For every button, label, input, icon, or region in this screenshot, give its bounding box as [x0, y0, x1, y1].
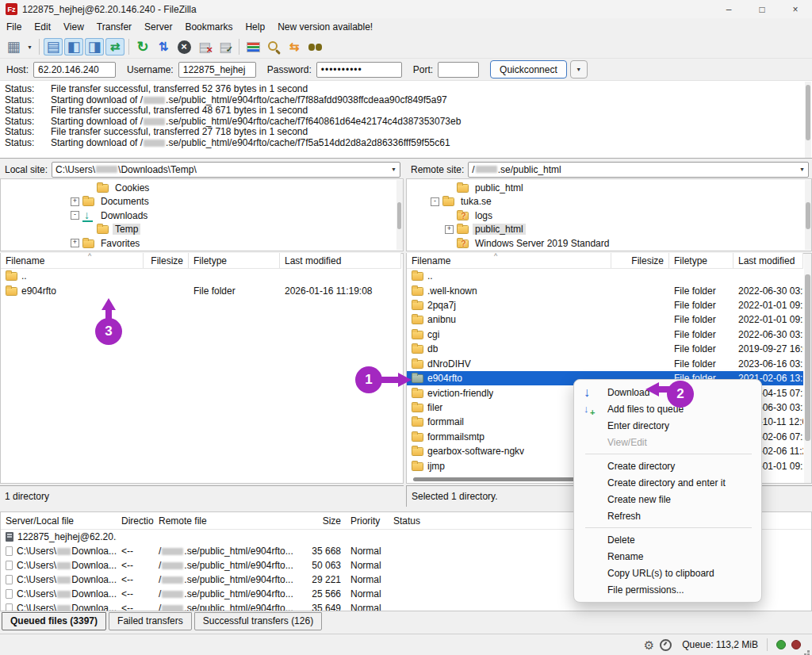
menu-item[interactable]: File — [0, 18, 28, 36]
menu-item[interactable]: New version available! — [271, 18, 379, 36]
toggle-log-view-icon[interactable] — [44, 38, 63, 56]
queue-tab[interactable]: Failed transfers — [109, 612, 192, 630]
menu-item[interactable]: Transfer — [90, 18, 138, 36]
queue-direction: <-- — [117, 546, 154, 557]
remote-tree-scrollbar[interactable] — [805, 180, 811, 250]
process-queue-icon[interactable] — [154, 38, 173, 56]
menu-item[interactable]: Bookmarks — [178, 18, 239, 36]
queue-processing-icon[interactable]: ⚙ — [644, 639, 654, 651]
file-row[interactable]: .. — [407, 269, 803, 283]
toggle-local-tree-icon[interactable] — [64, 38, 83, 56]
site-manager-icon[interactable] — [4, 38, 23, 56]
host-input[interactable]: 62.20.146.240 — [33, 62, 116, 78]
context-menu-item[interactable]: Create directory and enter it — [574, 474, 761, 491]
tree-expander[interactable]: + — [71, 239, 79, 247]
chevron-down-icon[interactable]: ▼ — [391, 167, 396, 172]
column-header-filename[interactable]: Filename — [407, 253, 611, 268]
username-input[interactable]: 122875_hejhej — [178, 62, 256, 78]
log-text: .se/public_html/e904rfto/cache/f7f88afdd… — [166, 94, 447, 105]
log-scrollbar[interactable] — [805, 82, 811, 158]
file-row[interactable]: e904rfto File folder 2026-01-16 11:19:08 — [1, 283, 401, 297]
resize-grip[interactable] — [807, 650, 810, 653]
context-menu-item[interactable]: Enter directory — [574, 417, 761, 434]
reconnect-icon[interactable] — [216, 38, 235, 56]
speed-limits-icon[interactable] — [660, 639, 672, 651]
maximize-icon[interactable]: □ — [745, 0, 779, 18]
queue-tab[interactable]: Queued files (3397) — [2, 612, 106, 630]
tree-expander[interactable]: - — [71, 211, 79, 220]
tree-item[interactable]: + Documents — [1, 195, 403, 209]
column-header-priority[interactable]: Priority — [346, 515, 389, 527]
menu-item[interactable]: Edit — [28, 18, 57, 36]
column-header-remote-file[interactable]: Remote file — [154, 515, 302, 527]
column-header-local-file[interactable]: Server/Local file — [1, 515, 117, 527]
file-row[interactable]: anibnu File folder 2022-01-01 09:2 — [407, 312, 803, 327]
column-header-size[interactable]: Size — [302, 515, 346, 527]
local-site-path[interactable]: C:\Users\\Downloads\Temp\ ▼ — [52, 162, 400, 178]
panel-splitter[interactable] — [404, 161, 406, 507]
context-menu-item[interactable]: Delete — [574, 531, 761, 548]
column-header-filename[interactable]: Filename — [1, 253, 144, 268]
password-input[interactable]: •••••••••• — [316, 62, 402, 78]
file-row[interactable]: cgi File folder 2022-06-30 03:3 — [407, 328, 803, 342]
context-menu-item[interactable]: Copy URL(s) to clipboard — [574, 565, 761, 581]
file-row[interactable]: 2pqa7j File folder 2022-01-01 09:2 — [407, 298, 803, 312]
context-menu-item[interactable] — [574, 524, 761, 531]
minimize-icon[interactable]: – — [712, 0, 745, 18]
context-menu-item[interactable]: View/Edit — [574, 434, 761, 450]
cancel-operation-icon[interactable] — [174, 38, 193, 56]
remote-site-path[interactable]: /.se/public_html ▼ — [468, 162, 809, 178]
tree-item[interactable]: - tuka.se — [407, 195, 811, 209]
file-row[interactable]: dNroDIHV File folder 2023-06-16 03:1 — [407, 357, 803, 371]
menu-item[interactable]: Server — [138, 18, 178, 36]
disconnect-icon[interactable] — [195, 38, 214, 56]
queue-tab[interactable]: Successful transfers (126) — [194, 612, 322, 630]
column-header-filesize[interactable]: Filesize — [611, 253, 669, 268]
file-row[interactable]: db File folder 2019-09-27 16:0 — [407, 342, 803, 356]
tree-item-label: tuka.se — [458, 196, 494, 207]
close-icon[interactable]: × — [779, 0, 812, 18]
tree-item[interactable]: Windows Server 2019 Standard — [407, 236, 811, 251]
tree-expander[interactable]: - — [431, 197, 439, 206]
port-input[interactable] — [438, 62, 479, 78]
context-menu-item[interactable]: Refresh — [574, 508, 761, 524]
toggle-queue-view-icon[interactable] — [105, 38, 124, 56]
remote-list-vscrollbar[interactable] — [804, 254, 811, 483]
tree-item[interactable]: + public_html — [407, 223, 811, 237]
tree-item[interactable]: + Favorites — [1, 236, 403, 251]
tree-item[interactable]: Cookies — [1, 181, 403, 195]
column-header-filesize[interactable]: Filesize — [144, 253, 189, 268]
context-menu-item[interactable]: File permissions... — [574, 581, 761, 598]
site-manager-dropdown-icon[interactable] — [25, 38, 35, 56]
chevron-down-icon[interactable]: ▼ — [799, 167, 805, 172]
sync-browsing-icon[interactable] — [285, 38, 304, 56]
column-header-filetype[interactable]: Filetype — [669, 253, 733, 268]
column-header-direction[interactable]: Direction — [117, 515, 154, 527]
refresh-icon[interactable] — [133, 38, 152, 56]
menu-item[interactable]: Help — [239, 18, 271, 36]
column-header-filetype[interactable]: Filetype — [189, 253, 280, 268]
directory-comparison-icon[interactable] — [264, 38, 283, 56]
tree-item[interactable]: logs — [407, 209, 811, 223]
context-menu-item[interactable]: Rename — [574, 548, 761, 565]
tree-expander[interactable]: + — [445, 225, 454, 234]
filter-icon[interactable] — [243, 38, 262, 56]
toggle-remote-tree-icon[interactable] — [85, 38, 104, 56]
context-menu-item[interactable] — [574, 450, 761, 458]
local-tree-scrollbar[interactable] — [396, 180, 403, 250]
tree-item[interactable]: - Downloads — [1, 209, 403, 223]
quickconnect-dropdown-icon[interactable]: ▼ — [570, 60, 588, 79]
search-files-icon[interactable] — [305, 38, 324, 56]
context-menu-item[interactable]: Create directory — [574, 458, 761, 474]
tree-item[interactable]: Temp — [1, 223, 403, 237]
menu-item[interactable]: View — [57, 18, 90, 36]
column-header-modified[interactable]: Last modified — [733, 253, 803, 268]
tree-item[interactable]: public_html — [407, 181, 811, 195]
tree-expander[interactable]: + — [71, 197, 79, 206]
file-row[interactable]: .. — [1, 269, 401, 283]
redacted-text — [96, 166, 117, 173]
quickconnect-button[interactable]: Quickconnect — [490, 60, 567, 79]
context-menu-item[interactable]: Create new file — [574, 491, 761, 508]
file-row[interactable]: .well-known File folder 2022-06-30 03:3 — [407, 283, 803, 297]
column-header-modified[interactable]: Last modified — [280, 253, 401, 268]
